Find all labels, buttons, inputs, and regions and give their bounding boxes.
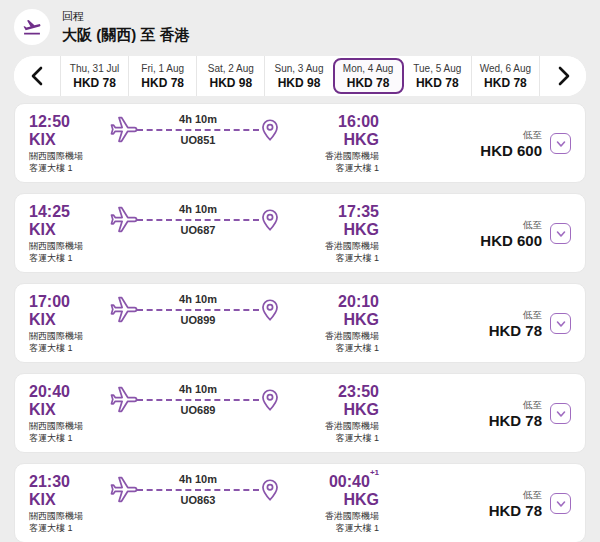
date-tab-label: Fri, 1 Aug [141,63,184,74]
previous-dates-button[interactable] [14,56,60,96]
flight-number: UO689 [181,404,216,416]
price-texts: 低至 HKD 600 [480,129,542,159]
flight-path-row: 4h 10m UO687 [109,203,283,236]
expand-fares-button[interactable] [550,313,571,334]
date-tab-price: HKD 78 [73,76,116,90]
plane-icon [109,205,139,235]
flight-path-row: 4h 10m UO899 [109,293,283,326]
expand-fares-button[interactable] [550,493,571,514]
flight-path-cell: 4h 10m UO899 [105,293,295,355]
flight-path-middle: 4h 10m UO851 [137,113,259,146]
departure-airport-name: 關西國際機場 客運大樓 1 [29,240,105,265]
date-tab[interactable]: Mon, 4 Aug HKD 78 [333,58,404,94]
chevron-down-icon [555,138,567,150]
flight-card[interactable]: 17:00 KIX 關西國際機場 客運大樓 1 4h 10m UO899 [14,283,586,363]
departure-time-block: 14:25 KIX [29,203,105,240]
arrival-time: 00:40+1 [329,473,379,491]
flight-path-cell: 4h 10m UO689 [105,383,295,445]
expand-fares-button[interactable] [550,223,571,244]
arrival-airport-name: 香港國際機場 客運大樓 1 [325,150,379,175]
next-dates-button[interactable] [540,56,586,96]
departure-time-block: 12:50 KIX [29,113,105,150]
departure-time-block: 20:40 KIX [29,383,105,420]
chevron-down-icon [555,408,567,420]
price-texts: 低至 HKD 78 [489,399,542,429]
flight-card[interactable]: 12:50 KIX 關西國際機場 客運大樓 1 4h 10m UO851 [14,103,586,183]
departure-airport-code: KIX [29,311,105,329]
date-tab-label: Sat, 2 Aug [208,63,254,74]
flight-path-row: 4h 10m UO851 [109,113,283,146]
flight-path-row: 4h 10m UO689 [109,383,283,416]
price-prefix-label: 低至 [523,399,542,412]
flight-card[interactable]: 20:40 KIX 關西國際機場 客運大樓 1 4h 10m UO689 [14,373,586,453]
departure-time-block: 17:00 KIX [29,293,105,330]
arrival-cell: 23:50 HKG 香港國際機場 客運大樓 1 [295,383,379,445]
price-prefix-label: 低至 [523,489,542,502]
price-texts: 低至 HKD 600 [480,219,542,249]
flight-number: UO687 [181,224,216,236]
date-tab-price: HKD 78 [416,76,459,90]
arrival-airport-code: HKG [338,401,379,419]
date-tab-price: HKD 78 [141,76,184,90]
date-cells: Thu, 31 Jul HKD 78 Fri, 1 Aug HKD 78 Sat… [60,56,540,96]
date-tab[interactable]: Sat, 2 Aug HKD 98 [196,56,264,96]
plane-landing-icon [14,9,50,45]
route-header: 回程 大阪 (關西) 至 香港 [14,8,586,46]
arrival-airport-name: 香港國際機場 客運大樓 1 [325,240,379,265]
page-title: 大阪 (關西) 至 香港 [62,26,190,45]
flight-card[interactable]: 21:30 KIX 關西國際機場 客運大樓 1 4h 10m UO863 [14,463,586,542]
departure-airport-code: KIX [29,401,105,419]
date-tab[interactable]: Sun, 3 Aug HKD 98 [264,56,332,96]
arrival-airport-name: 香港國際機場 客運大樓 1 [325,420,379,445]
date-tab[interactable]: Fri, 1 Aug HKD 78 [128,56,196,96]
expand-fares-button[interactable] [550,133,571,154]
flight-path-cell: 4h 10m UO863 [105,473,295,535]
arrival-airport-code: HKG [338,221,379,239]
flight-number: UO851 [181,134,216,146]
price-cell: 低至 HKD 78 [379,473,571,535]
departure-airport-code: KIX [29,131,105,149]
date-tab-label: Thu, 31 Jul [70,63,119,74]
date-tab[interactable]: Thu, 31 Jul HKD 78 [60,56,128,96]
date-tab[interactable]: Wed, 6 Aug HKD 78 [471,56,540,96]
departure-cell: 17:00 KIX 關西國際機場 客運大樓 1 [29,293,105,355]
flight-path-line [137,129,259,131]
departure-time: 17:00 [29,293,105,311]
flight-path-line [137,399,259,401]
chevron-down-icon [555,228,567,240]
arrival-time: 17:35 [338,203,379,221]
flight-duration: 4h 10m [179,383,217,395]
price-texts: 低至 HKD 78 [489,489,542,519]
plane-icon [109,115,139,145]
departure-cell: 14:25 KIX 關西國際機場 客運大樓 1 [29,203,105,265]
flight-path-cell: 4h 10m UO851 [105,113,295,175]
flight-number: UO899 [181,314,216,326]
date-selector-bar: Thu, 31 Jul HKD 78 Fri, 1 Aug HKD 78 Sat… [14,56,586,96]
location-pin-icon [257,297,283,323]
arrival-airport-name: 香港國際機場 客運大樓 1 [325,510,379,535]
location-pin-icon [257,387,283,413]
expand-fares-button[interactable] [550,403,571,424]
flight-path-middle: 4h 10m UO863 [137,473,259,506]
date-tab-price: HKD 78 [484,76,527,90]
route-header-texts: 回程 大阪 (關西) 至 香港 [62,9,190,45]
arrival-cell: 16:00 HKG 香港國際機場 客運大樓 1 [295,113,379,175]
chevron-down-icon [555,318,567,330]
date-tab-label: Mon, 4 Aug [343,63,394,74]
flight-duration: 4h 10m [179,473,217,485]
trip-type-label: 回程 [62,9,190,24]
flight-card[interactable]: 14:25 KIX 關西國際機場 客運大樓 1 4h 10m UO687 [14,193,586,273]
departure-airport-name: 關西國際機場 客運大樓 1 [29,330,105,355]
departure-airport-name: 關西國際機場 客運大樓 1 [29,420,105,445]
price-value: HKD 78 [489,502,542,519]
arrival-time-block: 23:50 HKG [338,383,379,420]
flight-path-middle: 4h 10m UO687 [137,203,259,236]
date-tab-price: HKD 98 [278,76,321,90]
price-value: HKD 78 [489,412,542,429]
date-tab[interactable]: Tue, 5 Aug HKD 78 [404,56,471,96]
arrival-airport-code: HKG [329,491,379,509]
flight-path-middle: 4h 10m UO689 [137,383,259,416]
price-cell: 低至 HKD 78 [379,293,571,355]
arrival-time-block: 17:35 HKG [338,203,379,240]
arrival-day-offset: +1 [370,468,379,477]
